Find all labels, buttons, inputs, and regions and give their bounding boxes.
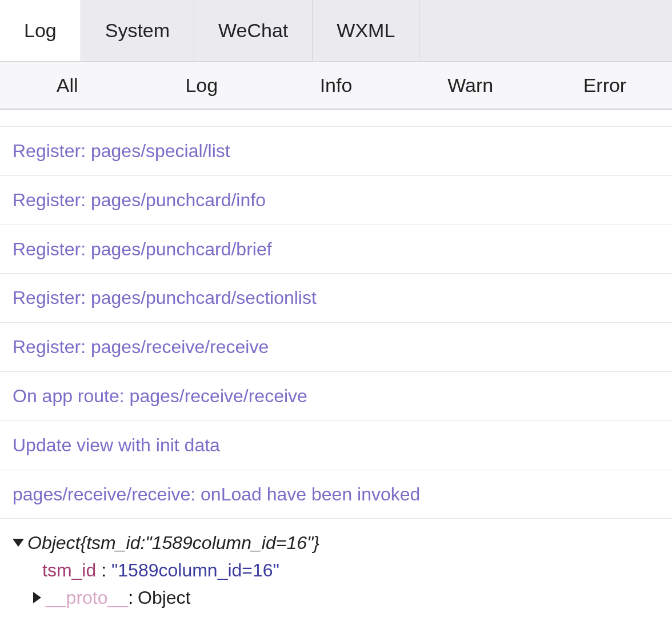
log-object: Object { tsm_id : "1589column_id=16" } t… — [0, 519, 672, 617]
object-summary-value: "1589column_id=16" — [145, 529, 313, 556]
filter-log[interactable]: Log — [134, 62, 269, 109]
filter-info[interactable]: Info — [269, 62, 403, 109]
tab-wxml[interactable]: WXML — [313, 0, 419, 61]
proto-value: Object — [138, 584, 190, 611]
log-entry: Register: pages/punchcard/brief — [0, 225, 672, 274]
object-type: Object — [27, 529, 80, 556]
tab-log[interactable]: Log — [0, 0, 81, 61]
object-summary-close: } — [313, 529, 319, 556]
proto-colon: : — [128, 584, 133, 611]
property-key: tsm_id — [42, 560, 96, 580]
property-value: "1589column_id=16" — [111, 560, 279, 580]
object-summary-key: tsm_id — [86, 529, 140, 556]
object-property: tsm_id : "1589column_id=16" — [13, 556, 659, 584]
object-proto[interactable]: __proto__ : Object — [13, 584, 659, 611]
object-header[interactable]: Object { tsm_id : "1589column_id=16" } — [13, 529, 659, 556]
property-colon: : — [101, 560, 111, 580]
filter-error[interactable]: Error — [538, 62, 672, 109]
log-entry: Register: pages/special/list — [0, 127, 672, 176]
object-summary-colon: : — [140, 529, 145, 556]
log-entry: Update view with init data — [0, 421, 672, 470]
filter-all[interactable]: All — [0, 62, 134, 109]
proto-key: __proto__ — [46, 584, 128, 611]
filter-tabs: All Log Info Warn Error — [0, 62, 672, 110]
log-entry: pages/receive/receive: onLoad have been … — [0, 470, 672, 519]
tab-system[interactable]: System — [81, 0, 194, 61]
filter-warn[interactable]: Warn — [403, 62, 538, 109]
log-entry: On app route: pages/receive/receive — [0, 372, 672, 421]
chevron-right-icon — [33, 592, 41, 603]
object-summary-open: { — [80, 529, 86, 556]
log-entry: Register: pages/hotTopic/hotTopic — [0, 110, 672, 127]
chevron-down-icon — [13, 539, 24, 547]
main-tabs: Log System WeChat WXML — [0, 0, 672, 62]
log-container[interactable]: Register: pages/hotTopic/hotTopic Regist… — [0, 110, 672, 617]
log-entry: Register: pages/punchcard/sectionlist — [0, 274, 672, 323]
log-entry: Register: pages/punchcard/info — [0, 176, 672, 225]
log-entry: Register: pages/receive/receive — [0, 323, 672, 372]
tab-wechat[interactable]: WeChat — [194, 0, 313, 61]
